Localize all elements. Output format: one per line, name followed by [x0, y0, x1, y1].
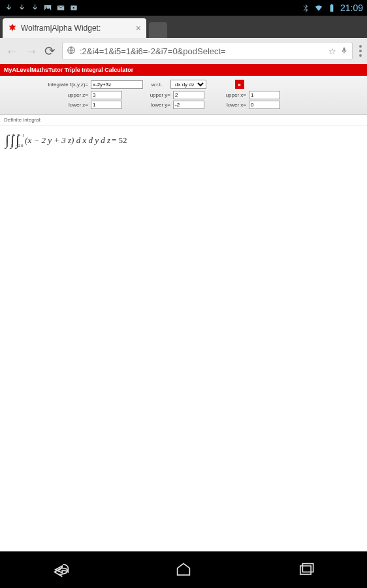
lower-y-label: lower y=	[131, 102, 170, 108]
upper-x-label: upper x=	[214, 92, 246, 98]
recent-nav-button[interactable]	[296, 561, 315, 579]
integral-x: ∫10	[16, 132, 20, 149]
integrand: (x − 2 y + 3 z) d x d y d z	[25, 135, 110, 146]
integral-z: ∫31	[5, 132, 9, 149]
back-button[interactable]: ←	[5, 44, 18, 59]
result-value: = 52	[112, 135, 127, 146]
page-content: MyALevelMathsTutor Triple Integral Calcu…	[0, 64, 367, 551]
browser-chrome: Wolfram|Alpha Widget: × ← → ⟳ :2&i4=1&i5…	[0, 16, 367, 64]
download-icon	[17, 3, 26, 12]
lower-z-input[interactable]	[91, 101, 122, 109]
fn-label: Integrate f(x,y,z)=	[7, 82, 88, 88]
menu-button[interactable]	[359, 45, 362, 57]
clock-text: 21:09	[340, 3, 363, 13]
integral-y: ∫2−2	[10, 132, 14, 149]
lower-z-label: lower z=	[7, 102, 88, 108]
url-text: :2&i4=1&i5=1&i6=-2&i7=0&podSelect=	[80, 46, 325, 56]
globe-icon	[67, 46, 76, 57]
browser-tab[interactable]: Wolfram|Alpha Widget: ×	[3, 18, 146, 38]
lower-y-input[interactable]	[173, 101, 204, 109]
mail-icon	[56, 3, 65, 12]
wrt-label: w.r.t.	[146, 82, 168, 88]
upper-z-input[interactable]	[91, 91, 122, 99]
result-expression: ∫31 ∫2−2 ∫10 (x − 2 y + 3 z) d x d y d z…	[0, 125, 367, 155]
upper-y-label: upper y=	[131, 92, 170, 98]
mic-icon[interactable]	[340, 46, 348, 57]
download-icon	[4, 3, 13, 12]
wrt-select[interactable]: dx dy dz	[170, 80, 206, 89]
bluetooth-icon	[301, 3, 310, 12]
submit-button[interactable]: ▸	[235, 80, 244, 89]
upper-y-input[interactable]	[173, 91, 204, 99]
image-icon	[43, 3, 52, 12]
wifi-icon	[314, 3, 323, 12]
function-input[interactable]	[91, 80, 143, 89]
forward-button: →	[25, 44, 38, 59]
new-tab-button[interactable]	[149, 22, 167, 38]
svg-rect-5	[331, 4, 332, 5]
home-nav-button[interactable]	[174, 561, 193, 579]
lower-x-input[interactable]	[249, 101, 280, 109]
svg-rect-9	[300, 566, 311, 574]
svg-rect-10	[303, 564, 313, 572]
android-status-bar: 21:09	[0, 0, 367, 16]
page-title: MyALevelMathsTutor Triple Integral Calcu…	[0, 64, 367, 76]
android-nav-bar	[0, 551, 367, 588]
svg-rect-4	[330, 5, 334, 11]
back-nav-button[interactable]	[52, 561, 71, 579]
download-icon	[30, 3, 39, 12]
url-bar[interactable]: :2&i4=1&i5=1&i6=-2&i7=0&podSelect= ☆	[62, 42, 353, 60]
play-store-icon	[69, 3, 78, 12]
lower-x-label: lower x=	[214, 102, 246, 108]
wolfram-icon	[8, 24, 17, 33]
input-panel: Integrate f(x,y,z)= w.r.t. dx dy dz ▸ up…	[0, 76, 367, 115]
upper-x-input[interactable]	[249, 91, 280, 99]
close-icon[interactable]: ×	[136, 23, 141, 33]
tab-title: Wolfram|Alpha Widget:	[21, 24, 101, 33]
upper-z-label: upper z=	[7, 92, 88, 98]
result-heading: Definite integral:	[0, 115, 367, 125]
star-icon[interactable]: ☆	[328, 46, 336, 56]
svg-point-1	[46, 7, 47, 8]
reload-button[interactable]: ⟳	[44, 43, 56, 59]
svg-marker-6	[9, 24, 16, 32]
svg-rect-8	[343, 47, 345, 51]
battery-icon	[327, 3, 336, 12]
